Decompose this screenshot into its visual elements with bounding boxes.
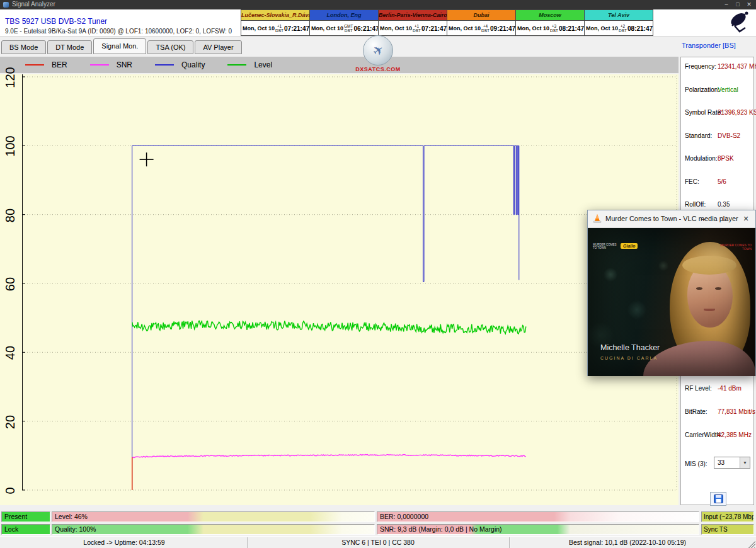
legend-label: BER	[52, 60, 67, 69]
sync-ts-indicator: Sync TS	[701, 524, 754, 535]
clock-dubai: Dubai Mon, Oct 10 +4DST 09:21:47	[447, 9, 516, 36]
snr-meter: SNR: 9,3 dB (Margin: 0,0 dB | No Margin)	[377, 524, 699, 535]
row-carrierwidth: CarrierWidth:42,385 MHz	[685, 431, 752, 440]
vlc-close-button[interactable]: ✕	[736, 210, 755, 227]
row-standard: Standard:DVB-S2	[685, 132, 752, 141]
signal-plot[interactable]	[22, 74, 677, 505]
row-bitrate: BitRate:77,831 Mbit/s	[685, 408, 752, 417]
y-axis-label: 0	[1, 482, 19, 499]
signal-monitor-chart[interactable]: 020406080100120	[0, 74, 679, 505]
ber-meter: BER: 0,0000000	[377, 511, 699, 522]
row-polarization: Polarization:Vertical	[685, 86, 752, 95]
resize-grip[interactable]	[747, 540, 755, 548]
legend-label: Level	[254, 60, 272, 69]
legend-item-snr: SNR	[90, 60, 132, 69]
minimize-button[interactable]: –	[721, 0, 732, 9]
lock-indicator: Lock	[1, 524, 50, 535]
mis-label: MIS (3):	[685, 460, 707, 467]
channel-badge: Giallo	[621, 243, 638, 249]
dxsatcs-logo: ✈ DXSATCS.COM	[352, 35, 404, 72]
tab-av-player[interactable]: AV Player	[195, 40, 241, 54]
clock-city-label: Berlin-Paris-Vienna-Cairo	[379, 10, 447, 21]
tab-tsa[interactable]: TSA (OK)	[147, 40, 193, 54]
vlc-cone-icon	[593, 214, 602, 226]
clock-value: 08:21:47	[627, 25, 653, 32]
clock-city-label: Lučenec-Slovakia_R.Dávid	[241, 10, 309, 21]
row-rf-level: RF Level:-41 dBm	[685, 385, 752, 394]
vlc-maximize-button[interactable]: □	[715, 210, 734, 227]
clock-offset: +2DST	[619, 24, 627, 33]
row-fec: FEC:5/6	[685, 178, 752, 187]
vlc-titlebar[interactable]: Murder Comes to Town - VLC media player …	[588, 210, 755, 228]
snr-line-swatch	[90, 64, 109, 66]
clock-city-label: London, Eng	[310, 10, 378, 21]
level-line-swatch	[227, 64, 246, 66]
clock-berlin: Berlin-Paris-Vienna-Cairo Mon, Oct 10 +1…	[378, 9, 447, 36]
legend-item-quality: Quality	[155, 60, 205, 69]
best-signal: Best signal: 10,1 dB (2022-10-10 05:19)	[509, 537, 746, 548]
legend-label: Quality	[181, 60, 205, 69]
caption-name: Michelle Thacker	[600, 343, 660, 352]
clock-offset: +4DST	[481, 24, 490, 33]
vlc-video-area[interactable]: MURDER COMES TO TOWN Giallo MURDER COMES…	[588, 228, 755, 376]
clock-date: Mon, Oct 10	[517, 25, 549, 31]
clock-date: Mon, Oct 10	[586, 25, 618, 31]
legend-item-level: Level	[227, 60, 272, 69]
diskette-icon	[714, 494, 723, 503]
sync-counters: SYNC 6 | TEI 0 | CC 380	[247, 537, 510, 548]
input-rate-indicator: Input (~23,78 Mbps)	[701, 511, 754, 522]
y-axis-label: 40	[1, 345, 19, 361]
tab-signal-mon[interactable]: Signal Mon.	[93, 38, 146, 54]
y-axis-label: 100	[1, 138, 19, 154]
maximize-button[interactable]: □	[732, 0, 743, 9]
clock-offset: +3DST	[550, 24, 558, 33]
tuner-name: TBS 5927 USB DVB-S2 Tuner	[5, 17, 107, 26]
vlc-minimize-button[interactable]: –	[694, 210, 713, 227]
clock-time-row: Mon, Oct 10 +4DST 09:21:47	[447, 21, 515, 36]
clock-moscow: Moscow Mon, Oct 10 +3DST 08:21:47	[515, 9, 585, 36]
y-axis-label: 20	[1, 414, 19, 430]
show-logo: MURDER COMES TO TOWN	[593, 243, 617, 249]
legend-label: SNR	[117, 60, 132, 69]
app-icon	[3, 2, 9, 8]
clock-date: Mon, Oct 10	[243, 25, 275, 31]
world-clocks: Lučenec-Slovakia_R.Dávid Mon, Oct 10 +1D…	[241, 9, 653, 36]
transponder-panel-title: Transponder [BS]	[682, 42, 736, 49]
mode-tabs: BS Mode DT Mode Signal Mon. TSA (OK) AV …	[1, 40, 243, 54]
dxsatcs-caption: DXSATCS.COM	[352, 66, 404, 72]
clock-value: 07:21:47	[421, 25, 447, 32]
clock-value: 09:21:47	[490, 25, 515, 32]
clock-value: 07:21:47	[284, 25, 309, 32]
save-button[interactable]	[710, 492, 726, 506]
status-row-1: Present Level: 46% BER: 0,0000000 Input …	[0, 511, 756, 522]
clock-time-row: Mon, Oct 10 +3DST 08:21:47	[516, 21, 584, 36]
clock-time-row: Mon, Oct 10 +1DST 07:21:47	[379, 21, 447, 36]
chevron-down-icon[interactable]: ▼	[740, 457, 750, 468]
row-frequency: Frequency:12341,437 MHz	[685, 63, 752, 72]
dxsatcs-emblem-icon: ✈	[363, 35, 393, 66]
clock-london: London, Eng Mon, Oct 10 GMTDST 06:21:47	[309, 9, 379, 36]
clock-city-label: Tel Aviv	[585, 10, 653, 21]
level-meter: Level: 46%	[52, 511, 375, 522]
close-button[interactable]: ✕	[743, 0, 755, 9]
clock-city-label: Dubai	[447, 10, 515, 21]
tab-bs-mode[interactable]: BS Mode	[1, 40, 46, 54]
row-rolloff: RollOff:0.35	[685, 201, 752, 210]
clock-value: 06:21:47	[353, 25, 378, 32]
clock-date: Mon, Oct 10	[380, 25, 412, 31]
legend-item-ber: BER	[25, 60, 67, 69]
vlc-window[interactable]: Murder Comes to Town - VLC media player …	[587, 210, 756, 376]
clock-city-label: Moscow	[516, 10, 584, 21]
clock-time-row: Mon, Oct 10 GMTDST 06:21:47	[310, 21, 378, 36]
tab-dt-mode[interactable]: DT Mode	[47, 40, 92, 54]
uptime-status: Locked -> Uptime: 04:13:59	[1, 537, 248, 548]
satellite-dish-icon	[726, 10, 753, 35]
chart-legend: BER SNR Quality Level	[0, 57, 679, 73]
clock-offset: GMTDST	[344, 24, 353, 33]
row-symbol-rate: Symbol Rate:31396,923 KS/s	[685, 109, 752, 118]
tuner-position-info: 9.0E - Eutelsat 9B/Ka-Sat 9A (ID: 0090) …	[5, 28, 232, 35]
clock-offset: +1DST	[275, 24, 284, 33]
mis-dropdown[interactable]: 33 ▼	[714, 457, 750, 469]
clock-time-row: Mon, Oct 10 +1DST 07:21:47	[241, 21, 309, 36]
clock-date: Mon, Oct 10	[311, 25, 343, 31]
